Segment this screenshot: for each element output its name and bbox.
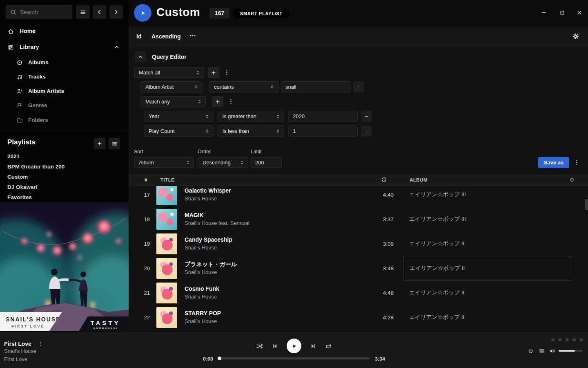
sort-select[interactable]: Album bbox=[134, 157, 194, 168]
playlist-item[interactable]: Favorites bbox=[0, 192, 129, 202]
column-index[interactable]: # bbox=[129, 177, 153, 182]
rule-value-field[interactable] bbox=[289, 111, 357, 121]
add-rule-button[interactable] bbox=[212, 96, 223, 107]
playlist-item[interactable]: BPM Greater than 200 bbox=[0, 162, 129, 172]
next-button[interactable] bbox=[310, 343, 316, 350]
sidebar-item-library[interactable]: Library bbox=[0, 39, 129, 55]
sort-direction-button[interactable]: Ascending bbox=[151, 33, 181, 40]
shuffle-button[interactable] bbox=[256, 342, 263, 350]
table-row[interactable]: 22 STARRY POP Snail’s House 4:28 エイリアン☆ポ… bbox=[129, 305, 588, 330]
sidebar-item-tracks[interactable]: Tracks bbox=[0, 70, 129, 84]
favorite-button[interactable] bbox=[527, 348, 534, 355]
sidebar-item-albums[interactable]: Albums bbox=[0, 55, 129, 70]
total-time: 3:34 bbox=[375, 356, 385, 362]
heart-icon bbox=[527, 348, 534, 355]
sidebar-item-label: Album Artists bbox=[28, 88, 64, 94]
forward-button[interactable] bbox=[109, 5, 123, 19]
play-icon bbox=[291, 343, 298, 350]
track-album[interactable]: エイリアン☆ポップ III bbox=[403, 182, 572, 207]
query-editor-collapse-button[interactable] bbox=[135, 51, 146, 62]
select-arrows-icon bbox=[197, 99, 202, 104]
back-button[interactable] bbox=[93, 5, 106, 19]
previous-button[interactable] bbox=[272, 343, 278, 350]
column-title[interactable]: TITLE bbox=[160, 177, 381, 182]
minus-icon bbox=[364, 114, 369, 119]
scrollbar-thumb[interactable] bbox=[585, 199, 588, 210]
now-playing-artist[interactable]: Snail's House bbox=[4, 348, 36, 354]
playlist-item[interactable]: 2021 bbox=[0, 151, 129, 162]
seek-handle[interactable] bbox=[218, 357, 221, 360]
limit-field[interactable] bbox=[251, 157, 281, 168]
music-app-window: { "accent": "#3166d6", "icons": { "searc… bbox=[0, 0, 588, 368]
table-row[interactable]: 19 Candy Spaceship Snail’s House 3:09 エイ… bbox=[129, 231, 588, 256]
maximize-button[interactable] bbox=[559, 9, 566, 16]
group-options-button[interactable] bbox=[227, 96, 235, 107]
seek-bar[interactable] bbox=[218, 357, 370, 359]
limit-input[interactable] bbox=[251, 157, 282, 168]
sort-field-button[interactable]: Id bbox=[136, 33, 141, 40]
remove-rule-button[interactable] bbox=[361, 111, 372, 122]
table-row[interactable]: 17 Galactic Whisper Snail’s House 4:40 エ… bbox=[129, 182, 588, 207]
elapsed-time: 0:00 bbox=[203, 356, 213, 362]
table-row[interactable]: 18 MAGIK Snail’s House feat. Sennzai 3:3… bbox=[129, 207, 588, 231]
sidebar-item-home[interactable]: Home bbox=[0, 23, 129, 39]
rule-field-select[interactable]: Play Count bbox=[144, 126, 214, 137]
close-button[interactable] bbox=[576, 9, 583, 16]
play-playlist-button[interactable] bbox=[134, 4, 151, 22]
playlist-item[interactable]: DJ Okawari bbox=[0, 182, 129, 192]
menu-button[interactable] bbox=[76, 5, 89, 19]
queue-button[interactable] bbox=[539, 348, 545, 354]
track-album[interactable]: エイリアン☆ポップ III bbox=[403, 207, 572, 231]
track-album[interactable]: エイリアン☆ポップ II bbox=[403, 231, 572, 256]
repeat-button[interactable] bbox=[325, 342, 332, 350]
rule-field-select[interactable]: Year bbox=[144, 111, 214, 122]
sidebar-item-label: Home bbox=[20, 28, 36, 34]
now-playing-options-button[interactable] bbox=[37, 338, 45, 349]
group-options-button[interactable] bbox=[223, 67, 231, 78]
column-favorite[interactable] bbox=[564, 177, 588, 183]
rule-value-field[interactable] bbox=[281, 82, 350, 92]
now-playing-album[interactable]: First Love bbox=[4, 356, 27, 362]
match-all-select[interactable]: Match all bbox=[134, 67, 204, 78]
volume-button[interactable] bbox=[549, 348, 556, 355]
column-duration[interactable] bbox=[381, 177, 393, 183]
rule-value-input[interactable] bbox=[281, 81, 350, 92]
track-album-selected-cell[interactable]: エイリアン☆ポップ II bbox=[403, 256, 572, 280]
add-rule-button[interactable] bbox=[208, 67, 219, 78]
table-row[interactable]: 21 Cosmo Funk Snail’s House 4:48 エイリアン☆ポ… bbox=[129, 280, 588, 305]
collapse-library-icon[interactable] bbox=[114, 44, 120, 50]
minimize-button[interactable] bbox=[541, 9, 547, 16]
save-as-button[interactable]: Save as bbox=[538, 157, 569, 168]
remove-rule-button[interactable] bbox=[361, 126, 372, 137]
column-album[interactable]: ALBUM bbox=[393, 177, 564, 182]
track-album[interactable]: エイリアン☆ポップ II bbox=[403, 280, 572, 305]
search-input-field[interactable] bbox=[16, 9, 72, 16]
save-options-button[interactable] bbox=[572, 157, 581, 168]
sidebar-item-album-artists[interactable]: Album Artists bbox=[0, 84, 129, 98]
rule-operator-select[interactable]: is greater than bbox=[218, 111, 284, 122]
track-album[interactable]: エイリアン☆ポップ II bbox=[403, 305, 572, 330]
rule-value-input[interactable] bbox=[288, 111, 358, 122]
select-arrows-icon bbox=[205, 114, 210, 119]
sidebar-item-genres[interactable]: Genres bbox=[0, 98, 129, 112]
rating-stars[interactable]: ★★★★★ bbox=[550, 336, 586, 343]
volume-slider[interactable] bbox=[559, 350, 582, 352]
more-options-button[interactable] bbox=[189, 32, 196, 39]
album-cover-thumbnail bbox=[156, 307, 177, 328]
playlist-list-button[interactable] bbox=[109, 138, 120, 149]
settings-button[interactable] bbox=[572, 33, 579, 40]
search-input[interactable] bbox=[6, 5, 72, 19]
match-any-select[interactable]: Match any bbox=[140, 96, 206, 107]
add-playlist-button[interactable] bbox=[94, 138, 105, 149]
rule-operator-select[interactable]: is less than bbox=[218, 126, 284, 137]
play-pause-button[interactable] bbox=[287, 339, 301, 353]
sidebar-item-folders[interactable]: Folders bbox=[0, 113, 129, 127]
remove-rule-button[interactable] bbox=[354, 81, 364, 92]
order-select[interactable]: Descending bbox=[198, 157, 248, 168]
rule-value-input[interactable] bbox=[288, 126, 358, 137]
playlist-item[interactable]: Custom bbox=[0, 172, 129, 182]
rule-field-select[interactable]: Album Artist bbox=[140, 81, 203, 92]
rule-operator-select[interactable]: contains bbox=[209, 81, 278, 92]
table-row[interactable]: 20 プラネット・ガール Snail’s House 3:48 エイリアン☆ポッ… bbox=[129, 256, 588, 280]
rule-value-field[interactable] bbox=[289, 126, 357, 136]
